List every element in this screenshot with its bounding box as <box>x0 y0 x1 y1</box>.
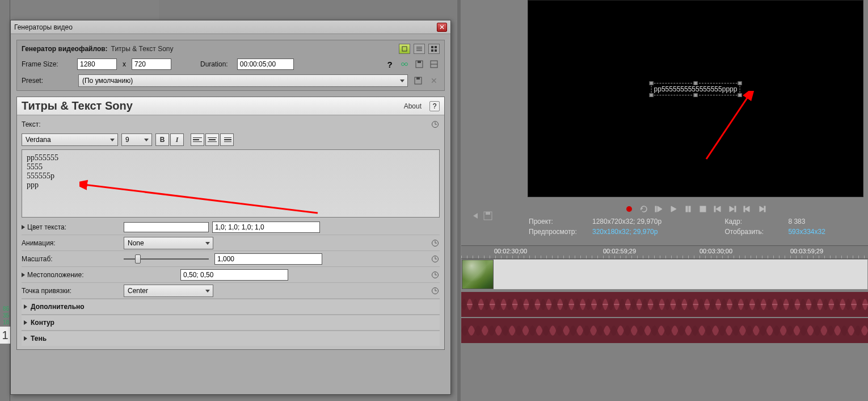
stop-button[interactable] <box>697 203 709 215</box>
section-additional[interactable]: Дополнительно <box>22 299 440 315</box>
video-track[interactable] <box>461 259 868 290</box>
frame-height-input[interactable] <box>132 59 171 70</box>
audio-track-2[interactable] <box>461 318 868 343</box>
svg-rect-5 <box>435 46 437 48</box>
resize-handle[interactable] <box>738 81 741 85</box>
resize-handle[interactable] <box>694 81 698 85</box>
font-size-select[interactable]: 9 <box>121 133 152 146</box>
italic-button[interactable]: I <box>170 133 184 146</box>
expand-icon[interactable] <box>22 225 25 229</box>
frame-width-input[interactable] <box>77 59 117 70</box>
keyframe-icon[interactable] <box>431 286 440 295</box>
resize-handle[interactable] <box>650 93 654 97</box>
view-list-button[interactable] <box>414 44 425 54</box>
timeline-ruler[interactable]: 00:02:30;00 00:02:59;29 00:03:30;00 00:0… <box>461 245 868 259</box>
frame-size-label: Frame Size: <box>22 60 74 68</box>
info-display-label: Отобразить: <box>724 227 787 236</box>
keyframe-icon[interactable] <box>431 270 440 279</box>
expand-icon <box>24 320 27 325</box>
scale-slider[interactable] <box>124 254 209 264</box>
align-right-button[interactable] <box>220 133 234 146</box>
info-preview-value: 320x180x32; 29,970p <box>592 227 723 236</box>
preview-title-overlay[interactable]: pp5555555555555555pppp <box>651 83 740 95</box>
align-left-button[interactable] <box>191 133 204 146</box>
chain-plugin-button[interactable] <box>399 59 410 70</box>
title-text-input[interactable] <box>22 149 440 218</box>
dialog-body: Генератор видеофайлов: Титры & Текст Son… <box>11 34 450 356</box>
font-select[interactable]: Verdana <box>22 133 118 146</box>
audio-track-1[interactable] <box>461 292 868 317</box>
svg-rect-7 <box>435 49 437 52</box>
text-color-value[interactable] <box>212 222 320 233</box>
align-center-button[interactable] <box>205 133 219 146</box>
help-button[interactable]: ? <box>384 59 395 70</box>
font-select-value: Verdana <box>26 136 51 144</box>
keyframe-icon[interactable] <box>431 254 440 264</box>
delete-preset-icon[interactable]: ✕ <box>428 75 440 86</box>
view-single-button[interactable] <box>399 44 410 54</box>
location-value[interactable] <box>180 269 288 281</box>
text-color-swatch[interactable] <box>124 222 209 232</box>
background-top <box>159 0 460 20</box>
svg-marker-33 <box>658 206 662 212</box>
section-shadow[interactable]: Тень <box>22 331 440 346</box>
resize-handle[interactable] <box>694 93 698 97</box>
slider-thumb[interactable] <box>135 254 141 264</box>
ruler-tick: 00:02:30;00 <box>494 248 527 254</box>
close-button[interactable]: ✕ <box>437 23 447 32</box>
bold-button[interactable]: B <box>155 133 169 146</box>
vertical-divider[interactable] <box>457 0 461 401</box>
play-from-start-button[interactable] <box>653 203 664 215</box>
duration-input[interactable] <box>237 59 294 70</box>
animation-select[interactable]: None <box>124 237 213 249</box>
section-outline[interactable]: Контур <box>22 315 440 331</box>
generator-value: Титры & Текст Sony <box>111 45 174 53</box>
svg-rect-12 <box>418 61 421 63</box>
titles-help-button[interactable]: ? <box>429 101 440 111</box>
anchor-select-value: Center <box>128 287 148 295</box>
view-grid-button[interactable] <box>428 44 440 54</box>
go-end-button[interactable] <box>727 203 738 215</box>
svg-rect-4 <box>431 46 433 48</box>
anchor-label: Точка привязки: <box>22 287 71 295</box>
titles-panel-header: Титры & Текст Sony About ? <box>17 97 444 115</box>
save-preset-icon[interactable] <box>412 75 424 86</box>
svg-point-8 <box>402 63 404 66</box>
preview-title-text: pp5555555555555555pppp <box>654 85 738 93</box>
view-toggle-group <box>399 44 440 54</box>
save-preset-button[interactable] <box>414 59 425 70</box>
next-frame-button[interactable] <box>756 203 768 215</box>
keyframe-icon[interactable] <box>431 239 440 248</box>
waveform-icon <box>461 318 868 343</box>
prev-frame-button[interactable] <box>741 203 753 215</box>
pause-button[interactable] <box>682 203 694 215</box>
anchor-select[interactable]: Center <box>124 285 213 297</box>
svg-marker-39 <box>716 206 720 212</box>
svg-rect-35 <box>686 206 688 212</box>
video-preview[interactable]: pp5555555555555555pppp <box>528 0 863 197</box>
prev-icon[interactable] <box>471 211 480 220</box>
info-preview-label: Предпросмотр: <box>529 227 591 236</box>
preset-select[interactable]: (По умолчанию) <box>78 74 408 87</box>
close-icon: ✕ <box>439 23 445 31</box>
titles-heading: Титры & Текст Sony <box>22 99 404 112</box>
sliver-num: 18 <box>0 319 10 325</box>
expand-icon[interactable] <box>22 273 25 277</box>
ruler-tick: 00:02:59;29 <box>603 248 636 254</box>
scale-value[interactable] <box>214 253 322 265</box>
loop-button[interactable] <box>638 203 650 215</box>
resize-handle[interactable] <box>738 93 741 97</box>
clip-thumbnail[interactable] <box>462 260 494 289</box>
preset-select-value: (По умолчанию) <box>82 77 133 85</box>
dialog-titlebar[interactable]: Генераторы видео ✕ <box>11 20 450 34</box>
save-frame-icon[interactable] <box>483 211 492 220</box>
record-button[interactable] <box>623 203 635 215</box>
text-color-label: Цвет текста: <box>27 223 66 231</box>
keyframe-icon[interactable] <box>431 120 440 129</box>
settings-button[interactable] <box>428 59 440 70</box>
svg-rect-32 <box>655 206 656 212</box>
play-button[interactable] <box>668 203 679 215</box>
go-start-button[interactable] <box>712 203 723 215</box>
resize-handle[interactable] <box>650 81 654 85</box>
about-link[interactable]: About <box>404 102 422 110</box>
